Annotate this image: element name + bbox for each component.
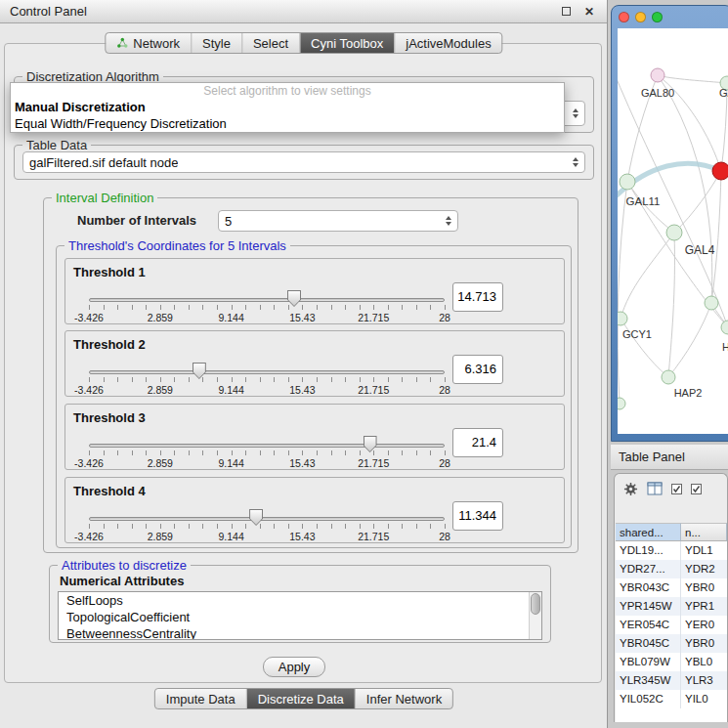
tab-infer-network[interactable]: Infer Network [355,689,452,708]
float-window-button[interactable] [558,4,574,20]
table-cell[interactable]: YBR0 [681,578,727,597]
select-all-icon[interactable] [671,484,682,494]
network-node[interactable] [662,370,675,384]
table-row[interactable]: YPR145WYPR1 [616,597,727,616]
network-node[interactable] [618,398,625,409]
window-traffic-lights [619,12,663,22]
table-row[interactable]: YBL079WYBL0 [616,653,727,671]
table-cell[interactable]: YDL19... [616,541,681,560]
table-row[interactable]: YIL052CYIL0 [616,690,727,708]
dropdown-option-equal-width-frequency[interactable]: Equal Width/Frequency Discretization [11,115,564,132]
table-data-group-label: Table Data [22,138,91,152]
table-cell[interactable]: YIL052C [616,690,681,708]
control-panel-titlebar[interactable]: Control Panel ✕ [0,0,607,23]
apply-button[interactable]: Apply [263,657,325,677]
table-cell[interactable]: YBR045C [616,634,681,653]
control-panel-window: Control Panel ✕ Network Style Select Cyn… [0,0,608,728]
tab-discretize-data[interactable]: Discretize Data [246,689,355,708]
dropdown-option-manual-discretization[interactable]: Manual Discretization [11,99,564,115]
table-data-value: galFiltered.sif default node [29,155,178,170]
table-cell[interactable]: YER054C [616,616,681,634]
close-window-button[interactable]: ✕ [581,4,597,20]
threshold-value-field[interactable]: 21.4 [452,428,503,457]
network-node[interactable] [651,68,664,82]
minimize-traffic-icon[interactable] [635,12,646,22]
table-cell[interactable]: YBL079W [616,653,681,671]
network-canvas[interactable]: GAL80 GAL11 GAL4 GCY1 HAP2 GA H [618,28,728,434]
network-node[interactable] [705,296,718,310]
attribute-item[interactable]: TopologicalCoefficient [59,609,541,625]
numerical-attributes-list[interactable]: SelfLoopsTopologicalCoefficientBetweenne… [58,591,542,640]
tab-jactivemodules[interactable]: jActiveModules [394,33,501,53]
tab-select[interactable]: Select [241,33,299,53]
threshold-slider[interactable]: -3.4262.8599.14415.4321.71528 [89,507,445,542]
zoom-traffic-icon[interactable] [652,12,663,22]
table-cell[interactable]: YBR0 [681,634,727,653]
node-label: GAL11 [626,195,661,207]
slider-scale: -3.4262.8599.14415.4321.71528 [89,434,445,469]
table-row[interactable]: YER054CYER0 [616,616,727,634]
table-row[interactable]: YBR045CYBR0 [616,634,727,653]
table-cell[interactable]: YBL0 [681,653,727,671]
network-node[interactable] [620,174,635,190]
scrollbar-thumb[interactable] [531,593,540,615]
table-cell[interactable]: YPR145W [616,597,681,616]
tab-cyni-toolbox[interactable]: Cyni Toolbox [299,33,394,53]
table-cell[interactable]: YDR27... [616,560,681,578]
number-of-intervals-combobox[interactable]: 5 [218,210,458,232]
table-row[interactable]: YBR043CYBR0 [616,578,727,597]
table-cell[interactable]: YLR345W [616,671,681,690]
threshold-panel: Threshold 4 -3.4262.8599.14415.4321.7152… [64,477,565,543]
attribute-item[interactable]: BetweennessCentrality [59,625,541,640]
network-node-selected[interactable] [712,162,728,180]
column-header-name[interactable]: n... [681,523,727,541]
column-header-shared-name[interactable]: shared... [616,523,681,541]
network-node[interactable] [721,321,728,334]
tab-impute-data[interactable]: Impute Data [155,689,246,708]
table-cell[interactable]: YPR1 [681,597,727,616]
table-row[interactable]: YDL19...YDL1 [616,541,727,560]
list-scrollbar[interactable] [529,592,541,639]
table-row[interactable]: YDR27...YDR2 [616,560,727,578]
numerical-attributes-label: Numerical Attributes [60,574,184,588]
threshold-value-field[interactable]: 14.713 [452,282,503,312]
table-row[interactable]: YLR345WYLR3 [616,671,727,690]
threshold-label: Threshold 1 [73,265,146,279]
threshold-slider[interactable]: -3.4262.8599.14415.4321.71528 [89,288,445,323]
slider-scale: -3.4262.8599.14415.4321.71528 [89,361,445,396]
close-traffic-icon[interactable] [619,12,629,22]
network-node[interactable] [666,225,682,240]
table-cell[interactable]: YER0 [681,616,727,634]
table-data-combobox[interactable]: galFiltered.sif default node [22,151,585,173]
table-panel-titlebar[interactable]: Table Panel [611,445,728,470]
node-label: GAL80 [641,87,674,99]
table-cell[interactable]: YBR043C [616,578,681,597]
attribute-item[interactable]: SelfLoops [59,592,541,609]
threshold-panel: Threshold 3 -3.4262.8599.14415.4321.7152… [64,404,565,470]
threshold-slider[interactable]: -3.4262.8599.14415.4321.71528 [89,361,445,396]
table-cell[interactable]: YLR3 [681,671,727,690]
tab-label: jActiveModules [406,36,491,51]
gear-icon[interactable] [623,482,638,496]
columns-icon[interactable] [647,482,663,495]
threshold-slider[interactable]: -3.4262.8599.14415.4321.71528 [89,434,445,469]
threshold-value-field[interactable]: 6.316 [452,355,503,384]
table-cell[interactable]: YDL1 [681,541,727,560]
threshold-value-field[interactable]: 11.344 [452,501,503,531]
node-label: HAP2 [674,387,703,399]
network-graph: GAL80 GAL11 GAL4 GCY1 HAP2 GA H [618,28,728,434]
network-node[interactable] [618,312,627,325]
table-body[interactable]: YDL19...YDL1YDR27...YDR2YBR043CYBR0YPR14… [616,541,727,722]
threshold-panel: Threshold 2 -3.4262.8599.14415.4321.7152… [64,330,565,397]
node-label: GCY1 [622,328,652,340]
network-view-window[interactable]: GAL80 GAL11 GAL4 GCY1 HAP2 GA H [611,5,728,442]
combo-stepper-icon [567,157,578,167]
select-none-icon[interactable] [691,484,702,494]
table-cell[interactable]: YDR2 [681,560,727,578]
tab-network[interactable]: Network [106,33,191,53]
tab-label: Discretize Data [258,692,344,707]
tab-label: Impute Data [166,692,236,707]
tab-label: Select [253,36,288,51]
tab-style[interactable]: Style [191,33,241,53]
table-cell[interactable]: YIL0 [681,690,727,708]
